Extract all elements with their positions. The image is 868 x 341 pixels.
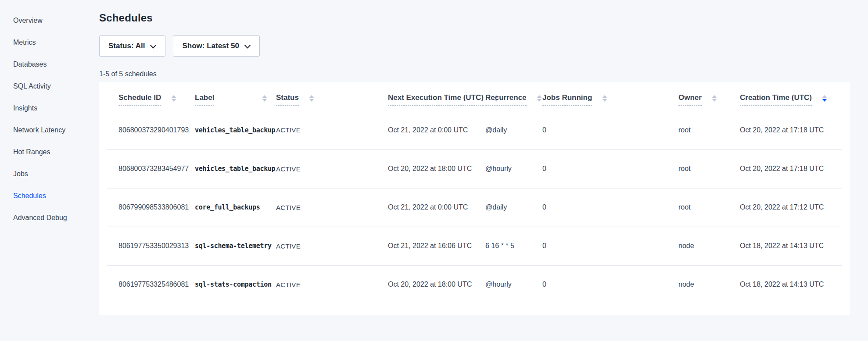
table-row: 806197753325486081 sql-stats-compaction … — [107, 265, 842, 304]
creation-time-cell: Oct 20, 2022 at 17:12 UTC — [740, 188, 842, 227]
column-label: Status — [276, 93, 299, 106]
jobs-running-cell: 0 — [542, 188, 678, 227]
column-header-owner[interactable]: Owner — [678, 82, 740, 111]
status-cell: ACTIVE — [276, 227, 388, 265]
sidebar: Overview Metrics Databases SQL Activity … — [0, 0, 99, 341]
jobs-running-cell: 0 — [542, 265, 678, 304]
sort-desc-icon — [712, 99, 717, 102]
sidebar-item-schedules[interactable]: Schedules — [0, 185, 99, 207]
column-label: Owner — [678, 93, 702, 106]
schedule-label-cell: core_full_backups — [195, 188, 276, 227]
schedule-id-cell: 806800373290401793 — [107, 111, 195, 149]
sidebar-item-overview[interactable]: Overview — [0, 10, 99, 32]
sidebar-item-jobs[interactable]: Jobs — [0, 163, 99, 185]
sort-desc-icon — [603, 99, 607, 102]
status-cell: ACTIVE — [276, 188, 388, 227]
show-filter-dropdown[interactable]: Show: Latest 50 — [173, 36, 259, 57]
sort-desc-icon — [172, 99, 176, 102]
recurrence-cell: @hourly — [485, 149, 542, 188]
next-execution-cell: Oct 21, 2022 at 0:00 UTC — [388, 188, 485, 227]
table-header-row: Schedule ID Label Stat — [107, 82, 842, 111]
owner-cell: node — [678, 227, 740, 265]
sort-desc-icon — [262, 99, 267, 102]
next-execution-cell: Oct 20, 2022 at 18:00 UTC — [388, 265, 485, 304]
sort-asc-icon — [603, 95, 607, 98]
sort-desc-icon — [822, 99, 827, 102]
column-header-label[interactable]: Label — [195, 82, 276, 111]
owner-cell: root — [678, 188, 740, 227]
sort-toggle-icon[interactable] — [537, 95, 542, 102]
chevron-down-icon — [150, 42, 156, 51]
sort-asc-icon — [309, 95, 314, 98]
column-header-schedule-id[interactable]: Schedule ID — [107, 82, 195, 111]
column-label: Recurrence — [485, 93, 527, 106]
sidebar-item-metrics[interactable]: Metrics — [0, 32, 99, 53]
status-filter-dropdown[interactable]: Status: All — [99, 36, 165, 57]
sort-toggle-icon[interactable] — [172, 95, 176, 102]
sidebar-item-hot-ranges[interactable]: Hot Ranges — [0, 141, 99, 163]
status-cell: ACTIVE — [276, 111, 388, 149]
sidebar-item-insights[interactable]: Insights — [0, 97, 99, 119]
next-execution-cell: Oct 21, 2022 at 0:00 UTC — [388, 111, 485, 149]
sort-desc-icon — [309, 99, 314, 102]
recurrence-cell: @daily — [485, 188, 542, 227]
column-header-status[interactable]: Status — [276, 82, 388, 111]
next-execution-cell: Oct 21, 2022 at 16:06 UTC — [388, 227, 485, 265]
column-label: Schedule ID — [118, 93, 161, 106]
schedules-table-card: Schedule ID Label Stat — [99, 82, 850, 315]
creation-time-cell: Oct 18, 2022 at 14:13 UTC — [740, 227, 842, 265]
status-cell: ACTIVE — [276, 149, 388, 188]
sort-toggle-icon[interactable] — [262, 95, 267, 102]
filters-bar: Status: All Show: Latest 50 — [99, 36, 850, 57]
column-label: Next Execution Time (UTC) — [388, 93, 484, 106]
sort-toggle-icon[interactable] — [309, 95, 314, 102]
owner-cell: node — [678, 265, 740, 304]
schedule-label-cell: vehicles_table_backup — [195, 149, 276, 188]
column-header-creation-time[interactable]: Creation Time (UTC) — [740, 82, 842, 111]
table-row: 806197753350029313 sql-schema-telemetry … — [107, 227, 842, 265]
jobs-running-cell: 0 — [542, 227, 678, 265]
recurrence-cell: @daily — [485, 111, 542, 149]
column-header-next-execution[interactable]: Next Execution Time (UTC) — [388, 82, 485, 111]
schedule-id-cell: 806197753325486081 — [107, 265, 195, 304]
schedule-label-cell: sql-stats-compaction — [195, 265, 276, 304]
column-header-jobs-running[interactable]: Jobs Running — [542, 82, 678, 111]
results-count: 1-5 of 5 schedules — [99, 70, 850, 78]
owner-cell: root — [678, 111, 740, 149]
column-label: Creation Time (UTC) — [740, 93, 812, 106]
schedule-id-cell: 806800373283454977 — [107, 149, 195, 188]
column-header-recurrence[interactable]: Recurrence — [485, 82, 542, 111]
sort-asc-icon — [712, 95, 717, 98]
jobs-running-cell: 0 — [542, 111, 678, 149]
sort-asc-icon — [537, 95, 542, 98]
table-row: 806800373290401793 vehicles_table_backup… — [107, 111, 842, 149]
sidebar-nav-list: Overview Metrics Databases SQL Activity … — [0, 10, 99, 229]
creation-time-cell: Oct 18, 2022 at 14:13 UTC — [740, 265, 842, 304]
sort-asc-icon — [172, 95, 176, 98]
sort-toggle-icon[interactable] — [603, 95, 607, 102]
schedule-label-cell: vehicles_table_backup — [195, 111, 276, 149]
chevron-down-icon — [244, 42, 251, 51]
sort-asc-icon — [822, 95, 827, 98]
sidebar-item-databases[interactable]: Databases — [0, 53, 99, 75]
sidebar-item-network-latency[interactable]: Network Latency — [0, 119, 99, 141]
sidebar-item-sql-activity[interactable]: SQL Activity — [0, 75, 99, 97]
column-label: Jobs Running — [542, 93, 592, 106]
jobs-running-cell: 0 — [542, 149, 678, 188]
table-row: 806799098533806081 core_full_backups ACT… — [107, 188, 842, 227]
table-row: 806800373283454977 vehicles_table_backup… — [107, 149, 842, 188]
show-filter-label: Show: Latest 50 — [182, 42, 239, 50]
sort-toggle-icon[interactable] — [712, 95, 717, 102]
sidebar-item-advanced-debug[interactable]: Advanced Debug — [0, 207, 99, 229]
status-cell: ACTIVE — [276, 265, 388, 304]
page-title: Schedules — [99, 12, 850, 24]
status-filter-label: Status: All — [108, 42, 145, 50]
recurrence-cell: @hourly — [485, 265, 542, 304]
owner-cell: root — [678, 149, 740, 188]
schedule-id-cell: 806197753350029313 — [107, 227, 195, 265]
schedule-id-cell: 806799098533806081 — [107, 188, 195, 227]
schedule-label-cell: sql-schema-telemetry — [195, 227, 276, 265]
sort-toggle-icon[interactable] — [822, 95, 827, 102]
next-execution-cell: Oct 20, 2022 at 18:00 UTC — [388, 149, 485, 188]
schedules-table: Schedule ID Label Stat — [107, 82, 842, 304]
